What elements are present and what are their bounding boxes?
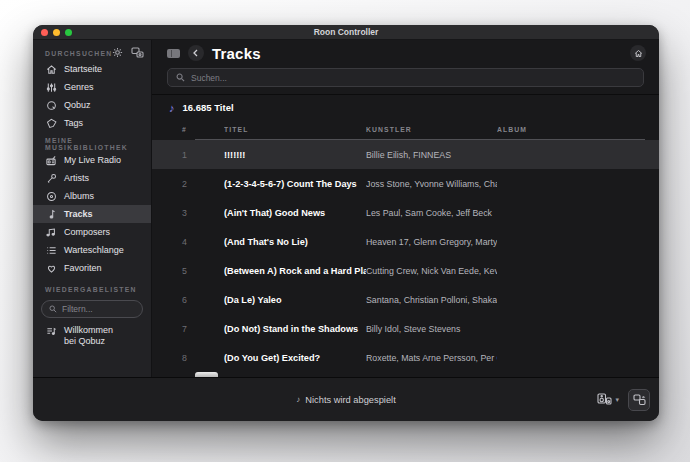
main-content: Tracks Suchen... (152, 40, 659, 377)
track-artist: Les Paul, Sam Cooke, Jeff Beck (366, 208, 497, 218)
sidebar-item-qobuz[interactable]: Qobuz (33, 96, 151, 114)
sidebar-item-albums[interactable]: Albums (33, 187, 151, 205)
track-artist: Billie Eilish, FINNEAS (366, 150, 497, 160)
sidebar-item-warteschlange[interactable]: Warteschlange (33, 241, 151, 259)
tag-icon (45, 118, 57, 129)
radio-icon (45, 155, 57, 166)
page-header: Tracks (152, 40, 659, 66)
track-title: (Do You Get) Excited? (224, 353, 366, 363)
track-artist: Joss Stone, Yvonne Williams, Charlie Fox… (366, 179, 497, 189)
section-playlists-label: WIEDERGABELISTEN (33, 282, 151, 296)
home-button[interactable] (630, 45, 646, 61)
genres-sliders-icon (45, 82, 57, 93)
back-button[interactable] (188, 45, 204, 61)
sidebar: DURCHSUCHEN Startseite (33, 40, 152, 377)
sidebar-item-my-live-radio[interactable]: My Live Radio (33, 151, 151, 169)
qobuz-icon (45, 100, 57, 111)
track-row-3[interactable]: 3 (Ain't That) Good News Les Paul, Sam C… (152, 198, 659, 227)
column-album[interactable]: ALBUM (497, 126, 645, 133)
filter-placeholder: Filtern... (62, 304, 93, 314)
sidebar-item-artists[interactable]: Artists (33, 169, 151, 187)
track-row-1[interactable]: 1 !!!!!!! Billie Eilish, FINNEAS (152, 140, 659, 169)
track-title: (1-2-3-4-5-6-7) Count The Days (224, 179, 366, 189)
track-row-2[interactable]: 2 (1-2-3-4-5-6-7) Count The Days Joss St… (152, 169, 659, 198)
track-count-note-icon: ♪ (169, 102, 175, 114)
now-playing-status: ♪ Nichts wird abgespielt (296, 395, 395, 405)
search-placeholder: Suchen... (191, 73, 227, 83)
track-row-8[interactable]: 8 (Do You Get) Excited? Roxette, Mats Ar… (152, 343, 659, 372)
track-artist: Heaven 17, Glenn Gregory, Martyn Ware, I… (366, 237, 497, 247)
sidebar-item-label: Tags (64, 118, 83, 128)
track-artist: Cutting Crew, Nick Van Eede, Kevin MacM.… (366, 266, 497, 276)
section-library-label: MEINE MUSIKBIBLIOTHEK (33, 137, 151, 151)
sidebar-toggle-icon[interactable] (167, 49, 180, 58)
sidebar-item-genres[interactable]: Genres (33, 78, 151, 96)
track-list: 1 !!!!!!! Billie Eilish, FINNEAS 2 (1-2-… (152, 140, 659, 377)
settings-gear-icon[interactable] (110, 46, 125, 59)
zones-icon[interactable] (130, 46, 145, 59)
sidebar-item-tags[interactable]: Tags (33, 114, 151, 132)
search-icon (49, 305, 57, 313)
minimize-window-button[interactable] (53, 29, 60, 36)
zone-transfer-button[interactable] (628, 389, 650, 411)
column-artist[interactable]: KÜNSTLER (366, 126, 497, 133)
playlist-icon (45, 326, 57, 337)
sidebar-item-startseite[interactable]: Startseite (33, 60, 151, 78)
track-title: (Do Not) Stand in the Shadows (224, 324, 366, 334)
column-number[interactable]: # (152, 126, 195, 133)
sidebar-item-label: Albums (64, 191, 94, 201)
app-window: Roon Controller D (33, 25, 659, 421)
search-input[interactable]: Suchen... (167, 68, 644, 87)
track-row-6[interactable]: 6 (Da Le) Yaleo Santana, Christian Pollo… (152, 285, 659, 314)
heart-icon (45, 263, 57, 274)
sidebar-item-label: Warteschlange (64, 245, 124, 255)
sidebar-item-label: My Live Radio (64, 155, 121, 165)
zone-picker-button[interactable]: ▾ (597, 393, 619, 406)
sidebar-item-label: Artists (64, 173, 89, 183)
traffic-lights (41, 25, 72, 39)
microphone-icon (45, 173, 57, 184)
column-title[interactable]: TITEL (224, 126, 366, 133)
track-title: (And That's No Lie) (224, 237, 366, 247)
now-playing-bar: ♪ Nichts wird abgespielt ▾ (33, 377, 659, 421)
track-title: !!!!!!! (224, 150, 366, 160)
table-header: # TITEL KÜNSTLER ALBUM (152, 120, 659, 139)
zoom-window-button[interactable] (65, 29, 72, 36)
search-icon (176, 73, 185, 82)
track-row-4[interactable]: 4 (And That's No Lie) Heaven 17, Glenn G… (152, 227, 659, 256)
track-title: (Between A) Rock and a Hard Place (224, 266, 366, 276)
track-count: ♪ 16.685 Titel (152, 95, 659, 120)
track-artist: Billy Idol, Steve Stevens (366, 324, 497, 334)
playlist-item-willkommen-bei-qobuz[interactable]: Willkommen bei Qobuz (33, 325, 151, 347)
sidebar-item-favoriten[interactable]: Favoriten (33, 259, 151, 277)
track-artist: Santana, Christian Polloni, Shakara Mute… (366, 295, 497, 305)
double-note-icon (45, 227, 57, 238)
track-row-5[interactable]: 5 (Between A) Rock and a Hard Place Cutt… (152, 256, 659, 285)
sidebar-item-label: Genres (64, 82, 94, 92)
track-count-label: 16.685 Titel (183, 102, 234, 113)
sidebar-item-label: Startseite (64, 64, 102, 74)
sidebar-item-label: Favoriten (64, 263, 102, 273)
sidebar-item-composers[interactable]: Composers (33, 223, 151, 241)
playlist-label: Willkommen bei Qobuz (64, 325, 113, 347)
chevron-down-icon: ▾ (615, 396, 619, 404)
disc-icon (45, 191, 57, 202)
sidebar-item-tracks[interactable]: Tracks (33, 205, 151, 223)
music-note-icon (45, 209, 57, 220)
note-icon: ♪ (296, 395, 300, 404)
track-title: (Da Le) Yaleo (224, 295, 366, 305)
playlist-filter-input[interactable]: Filtern... (41, 300, 143, 318)
track-row-7[interactable]: 7 (Do Not) Stand in the Shadows Billy Id… (152, 314, 659, 343)
track-title: (Ain't That) Good News (224, 208, 366, 218)
home-icon (45, 64, 57, 75)
window-title: Roon Controller (314, 27, 379, 37)
sidebar-item-label: Tracks (64, 209, 93, 219)
sidebar-item-label: Qobuz (64, 100, 91, 110)
page-title: Tracks (212, 45, 261, 62)
queue-list-icon (45, 245, 57, 256)
sidebar-item-label: Composers (64, 227, 110, 237)
track-artist: Roxette, Mats Arne Persson, Per Gessle (366, 353, 497, 363)
titlebar: Roon Controller (33, 25, 659, 40)
close-window-button[interactable] (41, 29, 48, 36)
